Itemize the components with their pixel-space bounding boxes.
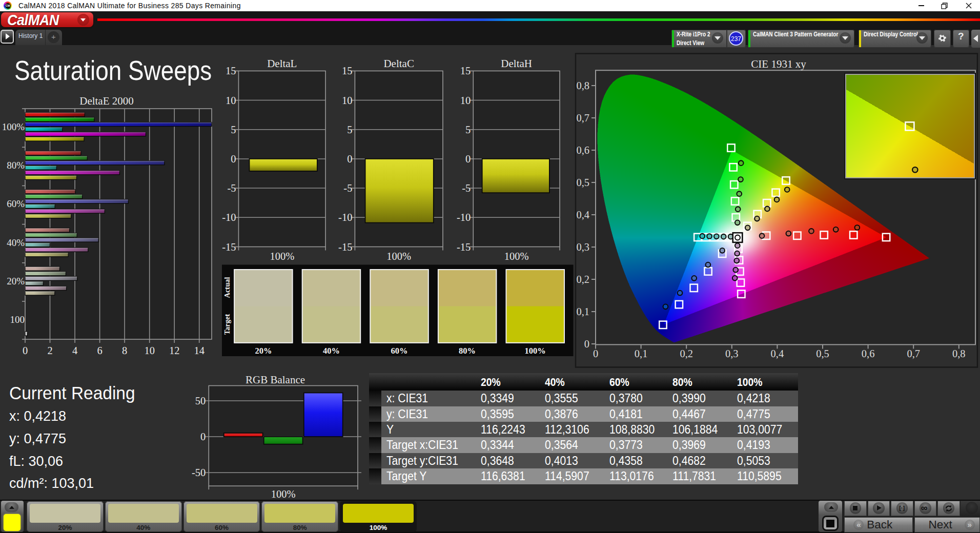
svg-text:15: 15 [226, 65, 236, 76]
svg-text:CIE 1931 xy: CIE 1931 xy [751, 58, 806, 70]
svg-text:100: 100 [10, 314, 25, 325]
svg-text:0,7: 0,7 [576, 112, 589, 124]
svg-text:Actual: Actual [223, 277, 231, 298]
svg-text:20%: 20% [7, 276, 25, 286]
svg-text:-15: -15 [338, 241, 352, 253]
svg-text:5: 5 [231, 124, 236, 135]
svg-text:20%: 20% [255, 346, 272, 356]
svg-text:0,3: 0,3 [725, 348, 739, 359]
svg-text:80%: 80% [459, 346, 476, 356]
svg-text:5: 5 [347, 124, 352, 135]
svg-text:100%: 100% [271, 488, 296, 500]
svg-text:0,8: 0,8 [952, 348, 966, 359]
svg-text:50: 50 [195, 395, 206, 406]
svg-text:Target: Target [223, 314, 231, 335]
svg-text:2: 2 [47, 345, 52, 356]
svg-text:0,2: 0,2 [576, 274, 589, 285]
svg-text:0,5: 0,5 [576, 177, 589, 188]
svg-text:0,2: 0,2 [680, 348, 693, 359]
svg-text:0,8: 0,8 [576, 80, 589, 91]
svg-text:60%: 60% [7, 198, 25, 209]
svg-text:-10: -10 [338, 212, 352, 223]
svg-text:100%: 100% [386, 251, 411, 262]
svg-text:8: 8 [122, 345, 127, 356]
svg-text:0: 0 [23, 345, 28, 356]
svg-text:0,4: 0,4 [771, 348, 784, 359]
svg-text:100%: 100% [504, 251, 529, 262]
svg-text:0,7: 0,7 [907, 348, 920, 359]
svg-text:10: 10 [342, 95, 353, 106]
svg-text:0,4: 0,4 [576, 209, 589, 220]
svg-text:0,3: 0,3 [576, 241, 589, 253]
svg-text:15: 15 [460, 65, 471, 76]
svg-text:0: 0 [347, 153, 352, 165]
svg-text:10: 10 [144, 345, 155, 356]
svg-text:10: 10 [226, 95, 236, 106]
svg-text:60%: 60% [391, 346, 408, 356]
svg-text:0: 0 [231, 153, 236, 165]
svg-text:-50: -50 [192, 467, 206, 478]
svg-text:0,5: 0,5 [816, 348, 829, 359]
svg-text:DeltaE 2000: DeltaE 2000 [79, 95, 134, 107]
svg-text:6: 6 [97, 345, 102, 356]
svg-text:0,6: 0,6 [576, 145, 589, 156]
svg-text:0: 0 [593, 348, 598, 359]
svg-text:-5: -5 [227, 182, 236, 194]
svg-text:4: 4 [72, 345, 77, 356]
svg-text:80%: 80% [7, 160, 25, 171]
svg-text:DeltaL: DeltaL [267, 57, 297, 70]
svg-text:-10: -10 [222, 212, 236, 223]
svg-text:-15: -15 [457, 241, 471, 253]
svg-text:-15: -15 [222, 241, 236, 253]
svg-text:5: 5 [465, 124, 471, 135]
svg-text:10: 10 [460, 95, 471, 106]
svg-text:40%: 40% [7, 237, 25, 248]
svg-text:-5: -5 [462, 182, 471, 194]
svg-text:0: 0 [200, 431, 206, 442]
svg-text:14: 14 [194, 345, 205, 356]
svg-text:12: 12 [169, 345, 180, 356]
svg-text:DeltaH: DeltaH [501, 57, 532, 70]
svg-text:RGB Balance: RGB Balance [246, 374, 305, 386]
svg-text:0: 0 [584, 338, 589, 350]
svg-text:0,6: 0,6 [862, 348, 875, 359]
svg-text:100%: 100% [270, 251, 294, 262]
svg-text:100%: 100% [525, 346, 546, 356]
svg-text:0,1: 0,1 [576, 306, 589, 317]
svg-text:0,1: 0,1 [635, 348, 648, 359]
svg-text:40%: 40% [323, 346, 340, 356]
svg-text:-5: -5 [343, 182, 352, 194]
svg-text:DeltaC: DeltaC [383, 57, 414, 70]
svg-text:0: 0 [465, 153, 471, 165]
svg-text:100%: 100% [2, 121, 25, 132]
svg-text:-10: -10 [457, 212, 471, 223]
svg-text:15: 15 [342, 65, 353, 76]
